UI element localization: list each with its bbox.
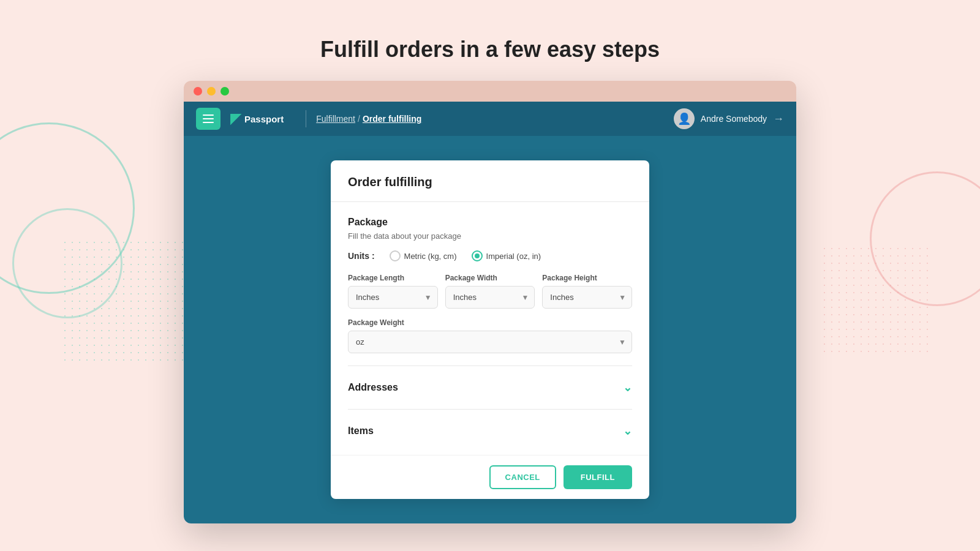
dimension-fields-row: Package Length Inches Feet Centimeters ▼: [348, 274, 632, 309]
package-length-group: Package Length Inches Feet Centimeters ▼: [348, 274, 438, 309]
package-length-select[interactable]: Inches Feet Centimeters: [348, 286, 438, 309]
fulfill-button[interactable]: FULFILL: [564, 465, 632, 489]
items-section[interactable]: Items ⌄: [348, 422, 632, 440]
brand-icon: ◤: [230, 111, 241, 127]
modal-body: Package Fill the data about your package…: [331, 202, 649, 455]
cancel-button[interactable]: CANCEL: [489, 465, 556, 489]
package-section-title: Package: [348, 217, 632, 228]
addresses-section[interactable]: Addresses ⌄: [348, 378, 632, 397]
package-length-label: Package Length: [348, 274, 438, 282]
radio-circle-metric: [390, 250, 401, 261]
bg-dots-right: [821, 245, 931, 355]
brand-name: Passport: [244, 114, 284, 124]
user-name: Andre Somebody: [701, 114, 767, 124]
addresses-title: Addresses: [348, 382, 398, 393]
hamburger-line-1: [203, 114, 214, 116]
package-width-label: Package Width: [445, 274, 535, 282]
radio-label-imperial: Imperial (oz, in): [486, 252, 541, 261]
package-length-select-wrapper: Inches Feet Centimeters ▼: [348, 286, 438, 309]
hamburger-button[interactable]: [196, 108, 221, 130]
package-width-select[interactable]: Inches Feet Centimeters: [445, 286, 535, 309]
package-weight-select[interactable]: oz lb kg g: [348, 331, 632, 353]
modal-header: Order fulfilling: [331, 160, 649, 202]
breadcrumb-separator: /: [358, 114, 360, 124]
radio-circle-imperial: [472, 250, 483, 261]
section-divider-1: [348, 365, 632, 366]
items-title: Items: [348, 425, 374, 437]
app-content: Order fulfilling Package Fill the data a…: [184, 136, 796, 523]
addresses-chevron-icon: ⌄: [623, 381, 632, 394]
package-section: Package Fill the data about your package…: [348, 217, 632, 353]
user-info: 👤 Andre Somebody →: [674, 108, 784, 129]
units-row: Units : Metric (kg, cm) Imperial (oz, in…: [348, 250, 632, 261]
traffic-light-red[interactable]: [194, 87, 202, 96]
radio-dot-imperial: [475, 253, 480, 258]
modal-card: Order fulfilling Package Fill the data a…: [331, 160, 649, 499]
breadcrumb-parent[interactable]: Fulfillment: [316, 114, 355, 124]
package-height-label: Package Height: [542, 274, 632, 282]
avatar: 👤: [674, 108, 695, 129]
logout-icon[interactable]: →: [773, 113, 784, 126]
breadcrumb-current: Order fulfilling: [363, 114, 421, 124]
units-label: Units :: [348, 251, 375, 261]
modal-title: Order fulfilling: [348, 175, 632, 189]
hamburger-line-2: [203, 118, 214, 119]
radio-metric[interactable]: Metric (kg, cm): [390, 250, 457, 261]
traffic-light-green[interactable]: [221, 87, 229, 96]
package-width-group: Package Width Inches Feet Centimeters ▼: [445, 274, 535, 309]
hamburger-line-3: [203, 122, 214, 123]
bg-dots-left: [61, 239, 184, 361]
items-chevron-icon: ⌄: [623, 424, 632, 438]
traffic-light-yellow[interactable]: [207, 87, 216, 96]
package-height-select[interactable]: Inches Feet Centimeters: [542, 286, 632, 309]
brand-logo: ◤ Passport: [230, 111, 284, 127]
package-height-select-wrapper: Inches Feet Centimeters ▼: [542, 286, 632, 309]
package-width-select-wrapper: Inches Feet Centimeters ▼: [445, 286, 535, 309]
browser-titlebar: [184, 81, 796, 102]
app-navbar: ◤ Passport Fulfillment / Order fulfillin…: [184, 102, 796, 136]
package-weight-label: Package Weight: [348, 318, 632, 327]
browser-window: ◤ Passport Fulfillment / Order fulfillin…: [184, 81, 796, 523]
breadcrumb: Fulfillment / Order fulfilling: [316, 114, 421, 124]
radio-imperial[interactable]: Imperial (oz, in): [472, 250, 541, 261]
section-divider-2: [348, 409, 632, 410]
modal-footer: CANCEL FULFILL: [331, 455, 649, 499]
radio-label-metric: Metric (kg, cm): [404, 252, 457, 261]
nav-divider: [306, 110, 306, 127]
package-height-group: Package Height Inches Feet Centimeters ▼: [542, 274, 632, 309]
package-weight-select-wrapper: oz lb kg g ▼: [348, 331, 632, 353]
package-weight-group: Package Weight oz lb kg g ▼: [348, 318, 632, 353]
package-section-subtitle: Fill the data about your package: [348, 231, 632, 241]
page-title: Fulfill orders in a few easy steps: [0, 0, 980, 62]
